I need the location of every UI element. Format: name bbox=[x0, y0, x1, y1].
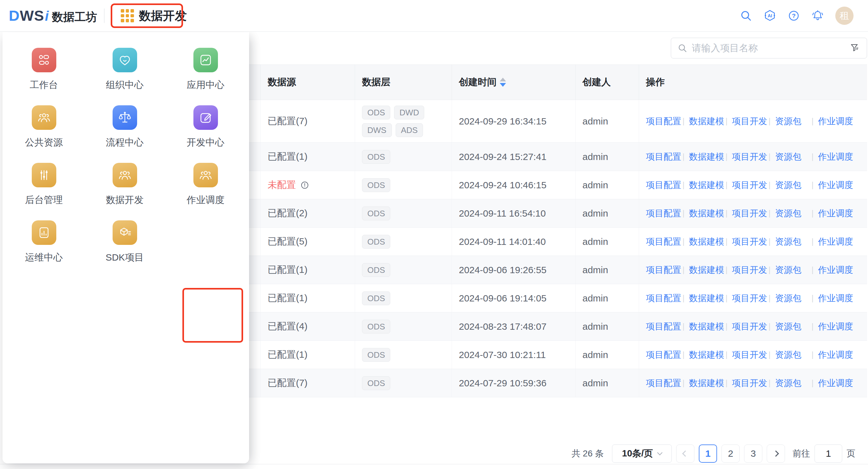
action-link-数据建模[interactable]: 数据建模 bbox=[689, 264, 724, 276]
action-link-资源包[interactable]: 资源包 bbox=[775, 151, 810, 163]
info-circle-icon[interactable] bbox=[300, 180, 310, 190]
app-menu-item-开发中心[interactable]: 开发中心 bbox=[165, 105, 246, 163]
action-link-项目配置[interactable]: 项目配置 bbox=[646, 236, 681, 248]
notification-bell-icon[interactable] bbox=[811, 9, 824, 22]
action-link-项目开发[interactable]: 项目开发 bbox=[732, 151, 767, 163]
app-menu-item-后台管理[interactable]: 后台管理 bbox=[3, 163, 84, 220]
creator-cell: admin bbox=[576, 341, 639, 369]
action-link-数据建模[interactable]: 数据建模 bbox=[689, 115, 724, 127]
help-icon[interactable]: ? bbox=[787, 9, 800, 22]
action-link-数据建模[interactable]: 数据建模 bbox=[689, 377, 724, 389]
action-link-项目开发[interactable]: 项目开发 bbox=[732, 292, 767, 304]
action-link-数据建模[interactable]: 数据建模 bbox=[689, 236, 724, 248]
top-navbar: DWSi 数据工坊 数据开发 AI bbox=[0, 0, 868, 32]
action-link-作业调度[interactable]: 作业调度 bbox=[818, 292, 853, 304]
app-menu-item-工作台[interactable]: 工作台 bbox=[3, 48, 84, 105]
app-switcher-button[interactable]: 数据开发 bbox=[111, 3, 197, 28]
created-time-cell: 2024-09-24 10:46:15 bbox=[452, 171, 576, 199]
app-menu-item-公共资源[interactable]: 公共资源 bbox=[3, 105, 84, 163]
action-link-作业调度[interactable]: 作业调度 bbox=[818, 151, 853, 163]
table-row: 已配置(1)ODS2024-09-06 19:26:55admin项目配置|数据… bbox=[239, 256, 867, 284]
tenant-avatar[interactable]: 租 bbox=[835, 7, 854, 25]
action-link-项目配置[interactable]: 项目配置 bbox=[646, 321, 681, 333]
action-link-资源包[interactable]: 资源包 bbox=[775, 207, 810, 220]
action-link-资源包[interactable]: 资源包 bbox=[775, 179, 810, 191]
action-link-资源包[interactable]: 资源包 bbox=[775, 292, 810, 304]
action-link-作业调度[interactable]: 作业调度 bbox=[818, 236, 853, 248]
datasource-cell: 已配置(2) bbox=[261, 199, 355, 227]
action-separator: | bbox=[811, 322, 814, 331]
action-link-项目开发[interactable]: 项目开发 bbox=[732, 377, 767, 389]
action-link-项目开发[interactable]: 项目开发 bbox=[732, 236, 767, 248]
edit-icon bbox=[193, 105, 218, 130]
action-link-数据建模[interactable]: 数据建模 bbox=[689, 321, 724, 333]
datalayer-tags: ODS bbox=[362, 258, 390, 282]
action-link-项目开发[interactable]: 项目开发 bbox=[732, 179, 767, 191]
action-link-资源包[interactable]: 资源包 bbox=[775, 321, 810, 333]
action-link-项目配置[interactable]: 项目配置 bbox=[646, 151, 681, 163]
action-link-作业调度[interactable]: 作业调度 bbox=[818, 349, 853, 361]
action-link-作业调度[interactable]: 作业调度 bbox=[818, 207, 853, 220]
action-link-作业调度[interactable]: 作业调度 bbox=[818, 179, 853, 191]
action-separator: | bbox=[811, 180, 814, 190]
table-row: 未配置ODS2024-09-24 10:46:15admin项目配置|数据建模|… bbox=[239, 171, 867, 199]
action-link-资源包[interactable]: 资源包 bbox=[775, 264, 810, 276]
datalayer-cell: ODS bbox=[355, 256, 452, 284]
action-link-作业调度[interactable]: 作业调度 bbox=[818, 377, 853, 389]
action-link-资源包[interactable]: 资源包 bbox=[775, 115, 810, 127]
action-link-作业调度[interactable]: 作业调度 bbox=[818, 264, 853, 276]
app-menu-item-应用中心[interactable]: 应用中心 bbox=[165, 48, 246, 105]
sort-descending-icon[interactable] bbox=[500, 83, 506, 87]
logo-letter-i: i bbox=[45, 8, 49, 24]
goto-page-input[interactable] bbox=[814, 444, 842, 463]
action-link-项目开发[interactable]: 项目开发 bbox=[732, 115, 767, 127]
app-menu-item-流程中心[interactable]: 流程中心 bbox=[84, 105, 165, 163]
action-link-资源包[interactable]: 资源包 bbox=[775, 236, 810, 248]
action-link-项目开发[interactable]: 项目开发 bbox=[732, 207, 767, 220]
action-link-项目配置[interactable]: 项目配置 bbox=[646, 179, 681, 191]
action-link-数据建模[interactable]: 数据建模 bbox=[689, 207, 724, 220]
datalayer-cell: ODSDWDDWSADS bbox=[355, 100, 452, 142]
action-link-项目开发[interactable]: 项目开发 bbox=[732, 264, 767, 276]
column-header-label: 数据源 bbox=[268, 76, 296, 89]
action-link-作业调度[interactable]: 作业调度 bbox=[818, 321, 853, 333]
action-link-作业调度[interactable]: 作业调度 bbox=[818, 115, 853, 127]
sort-control[interactable] bbox=[500, 78, 506, 87]
action-link-项目配置[interactable]: 项目配置 bbox=[646, 292, 681, 304]
app-menu-item-作业调度[interactable]: 作业调度 bbox=[165, 163, 246, 220]
filter-funnel-icon[interactable] bbox=[850, 43, 861, 54]
sort-ascending-icon[interactable] bbox=[500, 78, 506, 81]
app-menu-item-组织中心[interactable]: 组织中心 bbox=[84, 48, 165, 105]
action-link-资源包[interactable]: 资源包 bbox=[775, 377, 810, 389]
action-link-项目配置[interactable]: 项目配置 bbox=[646, 264, 681, 276]
action-link-数据建模[interactable]: 数据建模 bbox=[689, 179, 724, 191]
action-link-数据建模[interactable]: 数据建模 bbox=[689, 292, 724, 304]
chart-icon bbox=[193, 48, 218, 72]
app-menu-item-SDK项目[interactable]: SDK项目 bbox=[84, 220, 165, 278]
datalayer-tag-ODS: ODS bbox=[362, 106, 390, 120]
action-link-数据建模[interactable]: 数据建模 bbox=[689, 151, 724, 163]
page-button-3[interactable]: 3 bbox=[744, 444, 762, 463]
page-button-2[interactable]: 2 bbox=[721, 444, 740, 463]
action-link-项目配置[interactable]: 项目配置 bbox=[646, 377, 681, 389]
search-icon[interactable] bbox=[740, 9, 752, 22]
prev-page-button[interactable] bbox=[676, 444, 694, 463]
page-button-1[interactable]: 1 bbox=[699, 444, 717, 463]
svg-text:AI: AI bbox=[768, 13, 772, 18]
app-menu-item-数据开发[interactable]: 数据开发 bbox=[84, 163, 165, 220]
project-search-input[interactable] bbox=[692, 43, 845, 54]
action-link-项目配置[interactable]: 项目配置 bbox=[646, 349, 681, 361]
action-separator: | bbox=[725, 293, 728, 303]
action-link-项目配置[interactable]: 项目配置 bbox=[646, 115, 681, 127]
ai-assistant-icon[interactable]: AI bbox=[764, 9, 776, 22]
action-separator: | bbox=[769, 180, 771, 190]
action-link-项目开发[interactable]: 项目开发 bbox=[732, 349, 767, 361]
page-size-select[interactable]: 10条/页 bbox=[612, 444, 672, 463]
action-link-项目配置[interactable]: 项目配置 bbox=[646, 207, 681, 220]
action-link-项目开发[interactable]: 项目开发 bbox=[732, 321, 767, 333]
action-link-数据建模[interactable]: 数据建模 bbox=[689, 349, 724, 361]
action-link-资源包[interactable]: 资源包 bbox=[775, 349, 810, 361]
next-page-button[interactable] bbox=[767, 444, 785, 463]
app-menu-item-运维中心[interactable]: 运维中心 bbox=[3, 220, 84, 278]
action-separator: | bbox=[811, 116, 814, 126]
